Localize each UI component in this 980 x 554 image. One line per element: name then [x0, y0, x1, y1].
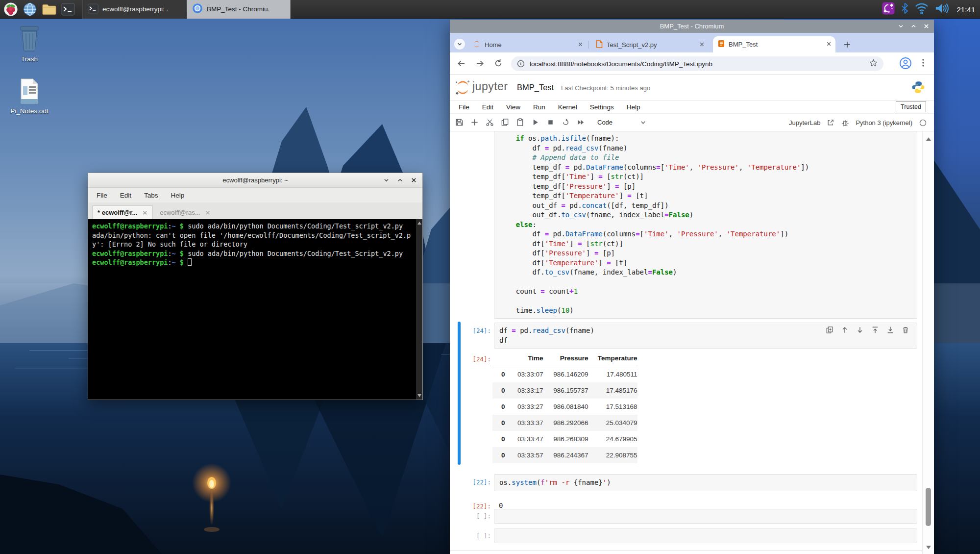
terminal-scrollbar[interactable]: [416, 219, 422, 400]
scroll-down-icon[interactable]: [417, 394, 421, 397]
trash-icon: [18, 46, 41, 53]
menu-edit[interactable]: Edit: [120, 192, 131, 199]
restart-kernel-button[interactable]: [561, 118, 570, 127]
clock[interactable]: 21:41: [956, 5, 975, 14]
close-icon[interactable]: [924, 22, 929, 31]
new-tab-button[interactable]: [842, 39, 853, 50]
tab-close-icon[interactable]: [578, 41, 583, 49]
terminal-tab-active[interactable]: * ecwolff@r... ×: [92, 205, 153, 219]
terminal-titlebar[interactable]: ecwolff@raspberrypi: ~: [88, 173, 422, 188]
tab-search-button[interactable]: [454, 39, 465, 50]
desktop-icon-pi-notes[interactable]: Pi_Notes.odt: [6, 78, 53, 115]
external-link-icon[interactable]: [826, 118, 835, 127]
chevron-down-icon[interactable]: [638, 118, 647, 127]
url-bar[interactable]: localhost:8888/notebooks/Documents/Codin…: [511, 56, 883, 71]
applications-menu-icon[interactable]: [2, 1, 19, 18]
code-cell-input[interactable]: os.system(f'rm -r {fname}'): [494, 474, 917, 491]
tab-close-icon[interactable]: ×: [205, 209, 211, 216]
run-all-button[interactable]: [576, 118, 585, 127]
python-logo-icon: [911, 80, 925, 96]
minimize-icon[interactable]: [384, 176, 389, 185]
maximize-icon[interactable]: [911, 22, 916, 31]
insert-cell-below-icon[interactable]: [886, 326, 894, 334]
insert-cell-above-icon[interactable]: [871, 326, 879, 334]
scroll-down-icon[interactable]: [926, 546, 931, 549]
browser-tab-home[interactable]: Home: [468, 37, 587, 52]
tab-title: Home: [485, 41, 578, 49]
table-row: 003:33:47986.26830924.679905: [492, 431, 637, 447]
reload-button[interactable]: [493, 58, 504, 69]
file-favicon: [596, 40, 603, 50]
browser-menu-icon[interactable]: [919, 57, 928, 70]
paste-cells-button[interactable]: [515, 118, 524, 127]
menu-edit[interactable]: Edit: [482, 103, 493, 111]
tab-close-icon[interactable]: [699, 41, 705, 49]
terminal-tab-inactive[interactable]: ecwolff@ras... ×: [155, 205, 215, 219]
interrupt-kernel-button[interactable]: [546, 118, 555, 127]
browser-tab-bmp-test[interactable]: BMP_Test: [713, 36, 835, 52]
menu-help[interactable]: Help: [171, 192, 185, 199]
plus-icon: [844, 41, 851, 48]
checkpoint-status: Last Checkpoint: 5 minutes ago: [561, 84, 650, 92]
minimize-icon[interactable]: [898, 22, 904, 31]
profile-avatar-icon[interactable]: [899, 57, 912, 72]
menu-settings[interactable]: Settings: [590, 103, 614, 111]
menu-file[interactable]: File: [459, 103, 469, 111]
add-cell-button[interactable]: [470, 118, 479, 127]
table-row: 003:33:57986.24436722.908755: [492, 447, 637, 463]
desktop-icon-trash[interactable]: Trash: [6, 25, 53, 63]
menu-kernel[interactable]: Kernel: [558, 103, 577, 111]
kernel-name[interactable]: Python 3 (ipykernel): [856, 119, 912, 126]
tab-close-icon[interactable]: [826, 41, 832, 48]
vnc-tray-icon[interactable]: [882, 2, 895, 17]
run-cell-button[interactable]: [531, 118, 539, 127]
notebook-scrollbar[interactable]: [922, 131, 934, 554]
menu-run[interactable]: Run: [533, 103, 545, 111]
empty-code-cell[interactable]: [494, 529, 917, 543]
delete-cell-icon[interactable]: [901, 326, 909, 334]
site-info-icon[interactable]: [517, 60, 525, 68]
close-icon[interactable]: [411, 176, 416, 185]
selected-cell-indicator: [458, 322, 461, 465]
terminal-output[interactable]: ecwolff@raspberrypi:~ $ sudo ada/bin/pyt…: [88, 219, 422, 400]
code-cell-input[interactable]: if os.path.isfile(fname): df = pd.read_c…: [494, 131, 917, 319]
wifi-icon[interactable]: [915, 2, 929, 16]
maximize-icon[interactable]: [397, 176, 403, 185]
taskbar-window-terminal[interactable]: ecwolff@raspberrypi: .: [82, 0, 186, 19]
cell-type-select[interactable]: Code: [597, 119, 612, 126]
scroll-up-icon[interactable]: [417, 222, 421, 225]
browser-window: BMP_Test - Chromium Home: [450, 20, 934, 554]
notebook-title[interactable]: BMP_Test: [517, 83, 554, 92]
jupyterlab-link[interactable]: JupyterLab: [789, 119, 820, 126]
scrollbar-thumb[interactable]: [926, 488, 931, 526]
scroll-up-icon[interactable]: [926, 137, 931, 141]
browser-tab-script[interactable]: Test_Script_v2.py: [591, 37, 709, 52]
empty-code-cell[interactable]: [494, 509, 917, 524]
chromium-icon: [192, 3, 203, 15]
browser-window-title: BMP_Test - Chromium: [660, 23, 724, 30]
menu-help[interactable]: Help: [627, 103, 640, 111]
cut-cells-button[interactable]: [485, 118, 494, 127]
save-button[interactable]: [455, 118, 464, 127]
menu-tabs[interactable]: Tabs: [144, 192, 158, 199]
web-browser-icon[interactable]: [22, 1, 38, 18]
browser-titlebar[interactable]: BMP_Test - Chromium: [450, 20, 934, 33]
bluetooth-icon[interactable]: [901, 2, 908, 16]
menu-view[interactable]: View: [506, 103, 520, 111]
move-cell-down-icon[interactable]: [856, 326, 864, 334]
menu-file[interactable]: File: [97, 192, 107, 199]
copy-cells-button[interactable]: [500, 118, 509, 127]
volume-icon[interactable]: [935, 2, 949, 16]
bookmark-star-icon[interactable]: [869, 59, 878, 69]
trusted-button[interactable]: Trusted: [896, 101, 926, 112]
file-manager-icon[interactable]: [41, 1, 57, 18]
tab-close-icon[interactable]: ×: [142, 209, 147, 216]
debugger-bug-icon[interactable]: [841, 118, 850, 127]
url-text[interactable]: localhost:8888/notebooks/Documents/Codin…: [530, 60, 869, 68]
back-button[interactable]: [456, 58, 466, 69]
forward-button[interactable]: [474, 58, 485, 69]
taskbar-window-chromium[interactable]: BMP_Test - Chromiu.: [187, 0, 291, 19]
terminal-launcher-icon[interactable]: [60, 1, 76, 18]
duplicate-cell-icon[interactable]: [825, 326, 833, 334]
move-cell-up-icon[interactable]: [840, 326, 849, 334]
